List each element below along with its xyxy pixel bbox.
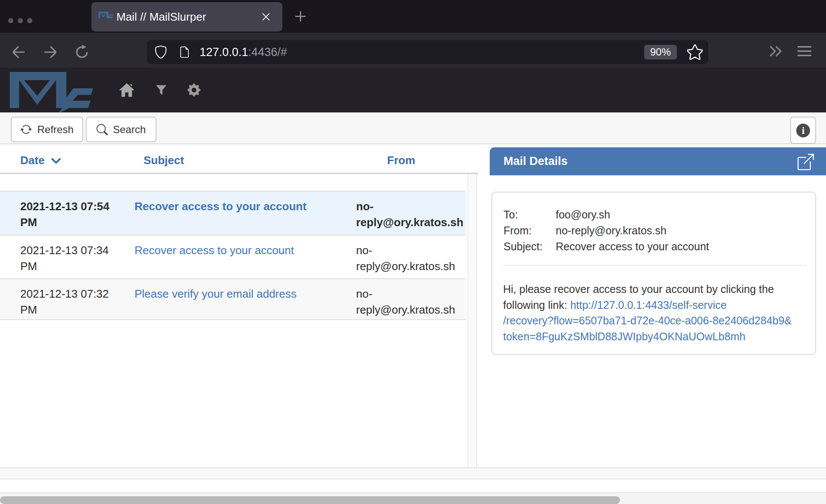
from-label: From:: [504, 223, 542, 239]
window-control-dot[interactable]: [8, 18, 13, 23]
mail-subject-link[interactable]: Recover access to your account: [135, 236, 341, 278]
mail-subject-link[interactable]: Recover access to your account: [135, 192, 341, 235]
overflow-chevrons-icon[interactable]: [769, 45, 782, 58]
mail-list-row[interactable]: 2021-12-13 07:34 PM Recover access to yo…: [0, 236, 466, 279]
panes-footer-strip: [0, 468, 826, 479]
app-toolbar: Refresh Search i: [0, 112, 826, 144]
search-label: Search: [113, 124, 146, 136]
mail-date: 2021-12-13 07:32 PM: [20, 279, 119, 319]
mail-from: no-reply@ory.kratos.sh: [356, 236, 460, 278]
browser-tab[interactable]: Mail // MailSlurper: [91, 2, 282, 31]
refresh-button[interactable]: Refresh: [11, 117, 83, 142]
tab-close-icon[interactable]: [261, 12, 271, 22]
mail-details-header: Mail Details: [490, 147, 826, 175]
settings-button[interactable]: [188, 68, 200, 112]
details-divider: [503, 265, 807, 266]
column-header-from[interactable]: From: [387, 154, 415, 167]
mail-from: no-reply@ory.kratos.sh: [356, 192, 460, 235]
reload-button[interactable]: [74, 44, 90, 60]
list-header-divider: [0, 173, 478, 174]
url-text[interactable]: 127.0.0.1:4436/#: [200, 46, 287, 59]
zoom-level-badge[interactable]: 90%: [644, 45, 677, 59]
filter-button[interactable]: [156, 68, 166, 112]
window-control-dot[interactable]: [27, 18, 32, 23]
mailslurper-logo: [9, 72, 96, 115]
back-button[interactable]: [11, 45, 26, 59]
home-button[interactable]: [119, 68, 135, 112]
browser-window: Mail // MailSlurper 127.0.0.1:4436/# 90%: [0, 0, 826, 504]
from-value: no-reply@ory.kratos.sh: [556, 223, 709, 239]
shield-icon[interactable]: [154, 45, 167, 59]
mail-date: 2021-12-13 07:54 PM: [20, 192, 119, 235]
forward-button[interactable]: [43, 45, 58, 59]
refresh-icon: [20, 124, 32, 135]
open-external-icon[interactable]: [798, 154, 814, 170]
search-button[interactable]: Search: [86, 117, 156, 142]
bookmark-star-icon[interactable]: [687, 44, 703, 60]
mail-body-text: Hi, please recover access to your accoun…: [503, 281, 807, 344]
mail-from: no-reply@ory.kratos.sh: [356, 279, 460, 319]
menu-hamburger-icon[interactable]: [798, 46, 811, 57]
sort-descending-icon: [51, 158, 61, 164]
list-pane-border: [476, 174, 477, 479]
mail-list-row[interactable]: 2021-12-13 07:32 PM Please verify your e…: [0, 279, 466, 320]
page-icon[interactable]: [179, 46, 190, 59]
info-icon: i: [796, 124, 810, 137]
url-bar[interactable]: 127.0.0.1:4436/# 90%: [147, 40, 708, 64]
column-header-date[interactable]: Date: [20, 154, 61, 167]
to-value: foo@ory.sh: [556, 207, 709, 223]
column-header-subject[interactable]: Subject: [144, 154, 184, 167]
subject-label: Subject:: [504, 239, 542, 255]
subject-value: Recover access to your account: [556, 239, 709, 255]
mail-date: 2021-12-13 07:34 PM: [20, 236, 119, 278]
browser-tab-bar: Mail // MailSlurper: [0, 0, 826, 33]
mail-list-row[interactable]: 2021-12-13 07:54 PM Recover access to yo…: [0, 191, 466, 236]
horizontal-scrollbar-track[interactable]: [0, 492, 826, 504]
mail-details-card: To: From: Subject: foo@ory.sh no-reply@o…: [491, 192, 816, 355]
to-label: To:: [504, 207, 542, 223]
refresh-label: Refresh: [37, 124, 73, 136]
mail-subject-link[interactable]: Please verify your email address: [135, 279, 341, 319]
mailslurper-header: [0, 68, 826, 112]
horizontal-scrollbar-thumb[interactable]: [0, 496, 620, 504]
list-scrollbar-track[interactable]: [467, 174, 477, 479]
search-icon: [97, 124, 108, 135]
info-button[interactable]: i: [790, 117, 816, 144]
new-tab-button[interactable]: [294, 10, 307, 22]
browser-nav-bar: 127.0.0.1:4436/# 90%: [0, 33, 826, 68]
window-control-dot[interactable]: [18, 18, 23, 23]
mailslurper-favicon: [98, 12, 114, 19]
tab-title: Mail // MailSlurper: [116, 2, 206, 31]
mail-details-title: Mail Details: [504, 147, 568, 175]
